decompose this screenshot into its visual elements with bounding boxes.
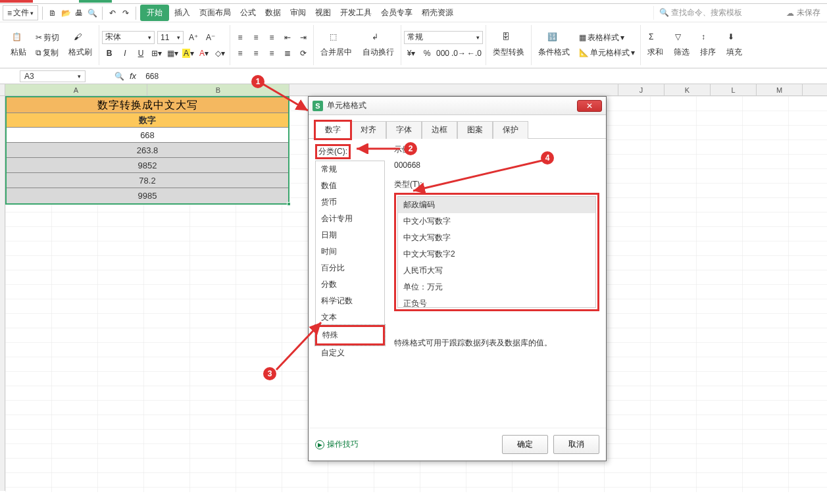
dialog-tab-number[interactable]: 数字 — [315, 121, 351, 139]
currency-icon[interactable]: ¥▾ — [404, 47, 418, 60]
table-header-cell[interactable]: 数字 — [7, 113, 288, 128]
wrap-text-button[interactable]: ↲自动换行 — [359, 31, 398, 59]
underline-button[interactable]: U — [134, 47, 148, 60]
table-row[interactable]: 9985 — [7, 188, 288, 203]
border-button[interactable]: ⊞▾ — [149, 47, 164, 60]
phonetic-button[interactable]: ◇▾ — [213, 47, 227, 60]
align-right-icon[interactable]: ≡ — [264, 47, 279, 60]
category-item[interactable]: 科学记数 — [316, 293, 384, 309]
comma-icon[interactable]: 000 — [436, 47, 450, 60]
tips-link[interactable]: ▶操作技巧 — [315, 439, 359, 450]
dialog-close-button[interactable]: ✕ — [577, 100, 602, 112]
type-item[interactable]: 正负号 — [398, 295, 595, 312]
category-item[interactable]: 时间 — [316, 243, 384, 260]
cancel-button[interactable]: 取消 — [553, 435, 599, 454]
tab-dev[interactable]: 开发工具 — [336, 6, 376, 20]
fx-icon[interactable]: fx — [130, 71, 136, 81]
table-title-cell[interactable]: 数字转换成中文大写 — [7, 97, 288, 113]
col-header-m[interactable]: M — [757, 84, 803, 95]
merge-center-button[interactable]: ⬚合并居中 — [316, 31, 356, 59]
bold-button[interactable]: B — [102, 47, 116, 60]
align-middle-icon[interactable]: ≡ — [249, 31, 263, 44]
category-item[interactable]: 常规 — [316, 161, 384, 178]
indent-decrease-icon[interactable]: ⇤ — [280, 31, 295, 44]
tab-vip[interactable]: 会员专享 — [377, 6, 416, 20]
fill-button[interactable]: ⬇填充 — [722, 31, 746, 59]
col-header-a[interactable]: A — [5, 84, 147, 95]
col-header-j[interactable]: J — [618, 84, 664, 95]
table-row[interactable]: 78.2 — [7, 173, 288, 188]
undo-icon[interactable]: ↶ — [107, 7, 118, 19]
cell-fill-button[interactable]: ▦▾ — [165, 47, 180, 60]
dialog-tab-font[interactable]: 字体 — [386, 121, 422, 139]
preview-icon[interactable]: 🔍 — [86, 7, 98, 19]
category-item[interactable]: 百分比 — [316, 260, 384, 276]
col-header-k[interactable]: K — [664, 84, 711, 95]
fill-color-button[interactable]: A▾ — [181, 47, 195, 60]
paste-button[interactable]: 📋 粘贴 — [7, 31, 30, 60]
tab-formula[interactable]: 公式 — [236, 6, 260, 20]
align-left-icon[interactable]: ≡ — [233, 47, 247, 60]
table-style-button[interactable]: ▦表格样式▾ — [576, 31, 638, 45]
zoom-icon[interactable]: 🔍 — [114, 72, 124, 81]
category-item[interactable]: 分数 — [316, 276, 384, 293]
decrease-decimal-icon[interactable]: ←.0 — [467, 47, 482, 60]
conditional-format-button[interactable]: 🔢条件格式 — [534, 31, 574, 59]
redo-icon[interactable]: ↷ — [120, 7, 132, 19]
col-header-hidden[interactable] — [289, 84, 618, 95]
dialog-tab-align[interactable]: 对齐 — [351, 121, 386, 139]
font-color-button[interactable]: A▾ — [197, 47, 211, 60]
print-icon[interactable]: 🖶 — [73, 7, 85, 19]
new-icon[interactable]: 🗎 — [47, 7, 59, 19]
italic-button[interactable]: I — [118, 47, 132, 60]
type-convert-button[interactable]: 🗄类型转换 — [489, 31, 528, 59]
type-item[interactable]: 人民币大写 — [398, 263, 595, 279]
doc-tab-1[interactable] — [0, 0, 33, 3]
distribute-icon[interactable]: ≣ — [280, 47, 295, 60]
ok-button[interactable]: 确定 — [502, 435, 548, 454]
dialog-tab-protect[interactable]: 保护 — [493, 121, 528, 139]
type-list[interactable]: 邮政编码 中文小写数字 中文大写数字 中文大写数字2 人民币大写 单位：万元 正… — [397, 196, 596, 308]
tab-data[interactable]: 数据 — [261, 6, 285, 20]
tab-review[interactable]: 审阅 — [286, 6, 310, 20]
filter-button[interactable]: ▽筛选 — [670, 31, 693, 59]
col-header-l[interactable]: L — [711, 84, 757, 95]
indent-increase-icon[interactable]: ⇥ — [296, 31, 311, 44]
table-row[interactable]: 9852 — [7, 158, 288, 173]
tab-page-layout[interactable]: 页面布局 — [195, 6, 235, 20]
copy-button[interactable]: ⧉复制 — [33, 46, 62, 60]
cut-button[interactable]: ✂剪切 — [33, 31, 62, 45]
category-item[interactable]: 货币 — [316, 194, 384, 211]
category-item[interactable]: 数值 — [316, 178, 384, 194]
dialog-tab-border[interactable]: 边框 — [422, 121, 457, 139]
increase-font-icon[interactable]: A⁺ — [186, 31, 201, 44]
type-item[interactable]: 中文小写数字 — [398, 213, 595, 230]
open-icon[interactable]: 📂 — [60, 7, 72, 19]
orientation-icon[interactable]: ⟳ — [296, 47, 311, 60]
category-item[interactable]: 会计专用 — [316, 211, 384, 227]
tab-insert[interactable]: 插入 — [170, 6, 194, 20]
tab-view[interactable]: 视图 — [311, 6, 335, 20]
percent-icon[interactable]: % — [420, 47, 434, 60]
tab-daoke[interactable]: 稻壳资源 — [418, 6, 457, 20]
align-top-icon[interactable]: ≡ — [233, 31, 247, 44]
decrease-font-icon[interactable]: A⁻ — [203, 31, 218, 44]
sum-button[interactable]: Σ求和 — [643, 31, 667, 59]
font-name-select[interactable]: 宋体 ▾ — [102, 31, 155, 44]
align-center-icon[interactable]: ≡ — [249, 47, 263, 60]
cell-style-button[interactable]: 📐单元格样式▾ — [576, 46, 638, 60]
formula-input[interactable]: 668 — [141, 71, 163, 82]
dialog-tab-pattern[interactable]: 图案 — [457, 121, 493, 139]
cell-reference-box[interactable]: A3▾ — [20, 70, 86, 82]
increase-decimal-icon[interactable]: .0→ — [451, 47, 466, 60]
type-item[interactable]: 中文大写数字2 — [398, 246, 595, 263]
font-size-select[interactable]: 11 ▾ — [157, 31, 184, 44]
format-painter-button[interactable]: 🖌 格式刷 — [64, 31, 96, 60]
save-status[interactable]: ☁ 未保存 — [786, 7, 820, 18]
category-item[interactable]: 日期 — [316, 227, 384, 243]
type-item[interactable]: 单位：万元 — [398, 279, 595, 295]
number-format-select[interactable]: 常规▾ — [404, 31, 483, 44]
dialog-titlebar[interactable]: S 单元格格式 ✕ — [309, 97, 606, 115]
command-search[interactable]: 🔍 查找命令、搜索模板 — [653, 6, 785, 20]
sort-button[interactable]: ↕排序 — [696, 31, 720, 59]
